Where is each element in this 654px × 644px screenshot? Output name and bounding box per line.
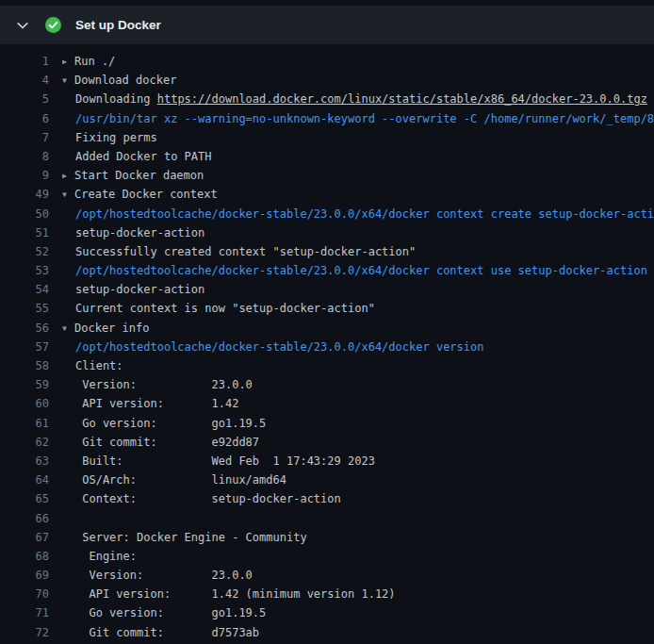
log-line-text: Git commit: e92dd87 [62,433,654,452]
log-line: 53/opt/hostedtoolcache/docker-stable/23.… [0,261,654,280]
expand-triangle-icon[interactable]: ▶ [62,53,74,71]
line-number[interactable]: 53 [0,261,62,280]
log-line: 62 Git commit: e92dd87 [0,433,654,452]
step-header[interactable]: Set up Docker [0,6,654,44]
line-number[interactable]: 66 [0,509,62,528]
line-number[interactable]: 49 [0,185,62,204]
line-number[interactable]: 68 [0,547,62,566]
line-number[interactable]: 54 [0,280,62,299]
log-line-text: ▶Start Docker daemon [62,166,654,185]
log-line-text: ▶Run ./ [62,52,654,71]
log-line: 5Downloading https://download.docker.com… [0,90,654,108]
line-number[interactable]: 67 [0,528,62,547]
log-line-text: Go version: go1.19.5 [62,603,654,622]
line-number[interactable]: 63 [0,452,62,471]
log-line-text: Context: setup-docker-action [62,489,654,508]
log-line-text: API version: 1.42 [62,394,654,413]
line-number[interactable]: 4 [0,71,62,90]
line-number[interactable]: 58 [0,356,62,375]
group-title: Start Docker daemon [74,169,204,182]
line-number[interactable]: 8 [0,147,62,166]
log-line-text: ▼Docker info [62,319,654,338]
log-line: 64 OS/Arch: linux/amd64 [0,471,654,489]
line-number[interactable]: 6 [0,109,62,128]
log-line: 66 [0,509,654,528]
log-line: 72 Git commit: d7573ab [0,623,654,642]
line-number[interactable]: 71 [0,603,62,622]
log-line: 51setup-docker-action [0,223,654,242]
log-line-text: Version: 23.0.0 [62,566,654,585]
group-title: Run ./ [74,55,115,68]
collapse-triangle-icon[interactable]: ▼ [62,320,74,338]
log-line-text: /opt/hostedtoolcache/docker-stable/23.0.… [62,338,654,356]
log-line-text: Current context is now "setup-docker-act… [62,299,654,318]
collapse-triangle-icon[interactable]: ▼ [62,186,74,204]
log-line: 54setup-docker-action [0,280,654,299]
line-number[interactable]: 55 [0,299,62,318]
line-number[interactable]: 52 [0,242,62,261]
log-line-text: /opt/hostedtoolcache/docker-stable/23.0.… [62,205,654,223]
line-number[interactable]: 5 [0,90,62,108]
log-line-text: Server: Docker Engine - Community [62,528,654,547]
log-group-line[interactable]: 4▼Download docker [0,71,654,90]
line-number[interactable]: 64 [0,471,62,489]
log-line-text [62,509,654,528]
log-line-text: setup-docker-action [62,280,654,299]
log-line: 50/opt/hostedtoolcache/docker-stable/23.… [0,205,654,223]
log-line: 58Client: [0,356,654,375]
log-group-line[interactable]: 56▼Docker info [0,319,654,338]
line-number[interactable]: 65 [0,489,62,508]
log-url-link[interactable]: https://download.docker.com/linux/static… [157,92,647,106]
line-number[interactable]: 72 [0,623,62,642]
collapse-triangle-icon[interactable]: ▼ [62,72,74,90]
command-text: /opt/hostedtoolcache/docker-stable/23.0.… [75,264,647,277]
group-title: Docker info [74,322,149,335]
log-line: 65 Context: setup-docker-action [0,489,654,508]
line-number[interactable]: 59 [0,375,62,394]
log-line-text: Added Docker to PATH [62,147,654,166]
log-line: 71 Go version: go1.19.5 [0,603,654,622]
line-number[interactable]: 1 [0,52,62,71]
line-number[interactable]: 57 [0,338,62,356]
log-viewer: 1▶Run ./4▼Download docker5Downloading ht… [0,44,654,642]
log-line-text: ▼Download docker [62,71,654,90]
group-title: Create Docker context [74,188,218,201]
log-line-text: Downloading https://download.docker.com/… [62,90,654,108]
line-number[interactable]: 69 [0,566,62,585]
log-line-text: ▼Create Docker context [62,185,654,204]
log-group-line[interactable]: 49▼Create Docker context [0,185,654,204]
log-line: 69 Version: 23.0.0 [0,566,654,585]
line-number[interactable]: 56 [0,319,62,338]
log-line: 55Current context is now "setup-docker-a… [0,299,654,318]
success-check-icon [45,17,61,33]
log-line: 68 Engine: [0,547,654,566]
line-number[interactable]: 61 [0,414,62,433]
log-line: 8Added Docker to PATH [0,147,654,166]
line-number[interactable]: 7 [0,128,62,147]
log-line-text: Successfully created context "setup-dock… [62,242,654,261]
line-number[interactable]: 51 [0,223,62,242]
log-line: 7Fixing perms [0,128,654,147]
expand-triangle-icon[interactable]: ▶ [62,167,74,185]
log-line-text: Go version: go1.19.5 [62,414,654,433]
log-line: 52Successfully created context "setup-do… [0,242,654,261]
log-line-text: /usr/bin/tar xz --warning=no-unknown-key… [62,109,654,128]
log-group-line[interactable]: 9▶Start Docker daemon [0,166,654,185]
line-number[interactable]: 70 [0,585,62,603]
log-line: 67 Server: Docker Engine - Community [0,528,654,547]
command-text: /opt/hostedtoolcache/docker-stable/23.0.… [75,207,654,221]
log-line: 57/opt/hostedtoolcache/docker-stable/23.… [0,338,654,356]
line-number[interactable]: 9 [0,166,62,185]
line-number[interactable]: 62 [0,433,62,452]
log-line-text: Fixing perms [62,128,654,147]
log-line: 70 API version: 1.42 (minimum version 1.… [0,585,654,603]
line-number[interactable]: 60 [0,394,62,413]
log-line-text: setup-docker-action [62,223,654,242]
step-title: Set up Docker [75,18,161,32]
chevron-down-icon[interactable] [15,18,30,33]
log-group-line[interactable]: 1▶Run ./ [0,52,654,71]
log-line-text: Client: [62,356,654,375]
line-number[interactable]: 50 [0,205,62,223]
log-line: 59 Version: 23.0.0 [0,375,654,394]
link-prefix-text: Downloading [75,92,157,106]
